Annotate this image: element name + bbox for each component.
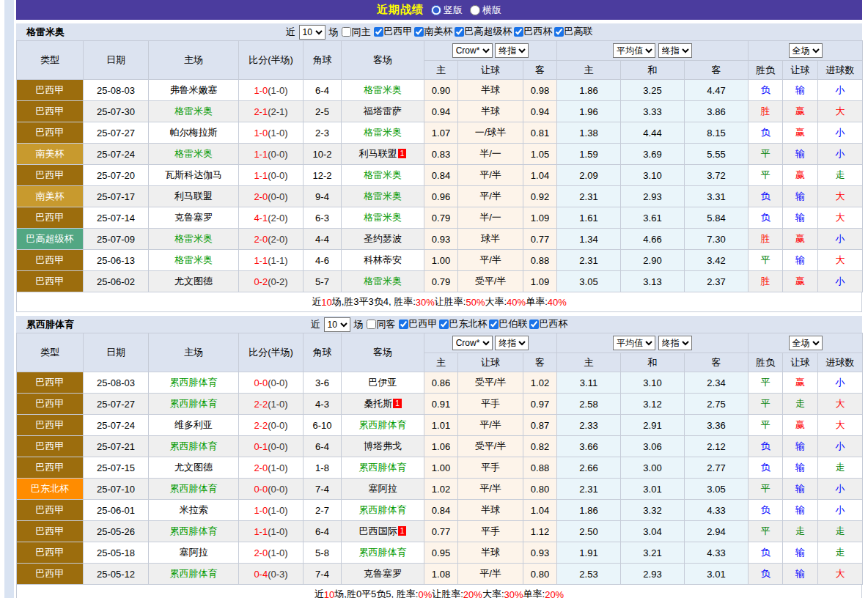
same-away-checkbox[interactable] — [367, 320, 376, 329]
league-checkbox-label: 巴西杯 — [524, 25, 553, 38]
home-team-cell: 尤文图德 — [149, 457, 239, 479]
halftime-score: (0-2) — [268, 276, 287, 287]
league-filter-option[interactable]: 巴东北杯 — [438, 317, 488, 331]
result-handicap: 输 — [783, 144, 818, 165]
recent-count-select[interactable]: 10 — [324, 317, 350, 332]
final-index-select-2[interactable]: 终指 — [658, 43, 692, 58]
view-horizontal-label: 横版 — [482, 4, 501, 17]
league-filter-option[interactable]: 南美杯 — [413, 25, 453, 38]
avg-away-odds: 5.55 — [685, 144, 749, 165]
avg-draw-odds: 2.93 — [621, 186, 685, 207]
final-index-select[interactable]: 终指 — [495, 336, 529, 350]
score-cell: 2-0(0-0) — [239, 186, 304, 207]
league-checkbox[interactable] — [399, 320, 408, 329]
league-checkbox-label: 巴高联 — [564, 25, 593, 38]
summary-segment: 场,胜3平3负4, 胜率: — [332, 295, 416, 309]
team-label: 福塔雷萨 — [364, 106, 402, 117]
avg-away-odds: 4.47 — [685, 80, 749, 101]
col-score: 比分(半场) — [239, 333, 304, 372]
league-filter-option[interactable]: 巴西甲 — [372, 25, 413, 38]
league-filter-option[interactable]: 巴高超级杯 — [453, 25, 512, 38]
result-goals: 走 — [818, 521, 863, 542]
same-away-option[interactable]: 同客 — [365, 318, 396, 331]
bookmaker-select[interactable]: Crow* — [452, 336, 493, 350]
league-filter-option[interactable]: 巴西杯 — [512, 25, 553, 38]
league-filter-option[interactable]: 巴伯联 — [488, 317, 528, 331]
league-type-cell: 巴西甲 — [17, 271, 84, 292]
result-winloss: 负 — [749, 436, 783, 457]
score-cell: 1-1(1-1) — [239, 250, 304, 271]
score-cell: 2-1(2-1) — [239, 101, 304, 122]
halftime-score: (1-0) — [268, 505, 287, 516]
avg-home-odds: 1.34 — [557, 229, 621, 250]
handicap-home-odds: 1.00 — [424, 250, 458, 271]
score-cell: 1-1(0-0) — [239, 165, 304, 186]
league-checkbox[interactable] — [489, 320, 499, 329]
corners-cell: 5-7 — [304, 271, 342, 292]
match-row: 巴西甲25-07-15尤文图德2-0(1-0)1-8累西腓体育1.00平手0.8… — [17, 457, 863, 479]
date-cell: 25-07-30 — [84, 101, 149, 122]
match-row: 巴西甲25-06-02尤文图德0-2(0-2)5-7格雷米奥0.79受平/半1.… — [17, 271, 863, 292]
date-cell: 25-07-15 — [84, 457, 149, 479]
date-cell: 25-07-20 — [84, 165, 149, 186]
result-winloss: 负 — [749, 542, 783, 564]
league-checkbox[interactable] — [529, 320, 539, 329]
handicap-home-odds: 0.83 — [424, 144, 458, 165]
league-checkbox[interactable] — [514, 27, 523, 37]
handicap-away-odds: 0.80 — [523, 564, 557, 585]
view-vertical-radio[interactable] — [431, 5, 441, 15]
recent-count-select[interactable]: 10 — [299, 25, 326, 40]
result-handicap: 赢 — [783, 165, 818, 186]
average-select[interactable]: 平均值 — [613, 336, 655, 350]
match-row: 巴西甲25-07-27累西腓体育2-2(1-0)4-3桑托斯10.91平手0.9… — [17, 394, 863, 415]
result-winloss: 平 — [749, 144, 783, 165]
league-filter-option[interactable]: 巴高联 — [553, 25, 593, 38]
league-checkbox[interactable] — [455, 27, 464, 37]
league-filter-option[interactable]: 巴西杯 — [528, 317, 568, 331]
avg-home-odds: 1.61 — [557, 207, 621, 229]
handicap-line: 半球 — [458, 101, 523, 122]
avg-draw-odds: 4.66 — [621, 229, 685, 250]
view-horizontal-radio[interactable] — [470, 5, 480, 15]
bookmaker-select[interactable]: Crow* — [452, 43, 493, 58]
score-cell: 2-0(2-0) — [239, 229, 304, 250]
away-team-cell: 科林蒂安 — [342, 250, 424, 271]
league-checkbox[interactable] — [374, 27, 383, 37]
average-select[interactable]: 平均值 — [613, 43, 655, 58]
team-label: 累西腓体育 — [170, 377, 218, 388]
team-label: 格雷米奥 — [364, 84, 402, 95]
view-horizontal-option[interactable]: 横版 — [470, 4, 501, 17]
handicap-line: 半球 — [458, 542, 523, 564]
league-checkbox[interactable] — [439, 320, 449, 329]
home-team-cell: 弗鲁米嫩塞 — [149, 80, 239, 101]
stats-summary: 近10场,胜3平3负4, 胜率:30% 让胜率:50% 大率:40% 单率:40… — [16, 292, 862, 312]
score-cell: 0-0(0-0) — [239, 479, 304, 500]
handicap-away-odds: 1.04 — [523, 165, 557, 186]
result-winloss: 负 — [749, 80, 783, 101]
team-label: 维多利亚 — [174, 419, 213, 430]
away-team-cell: 巴伊亚 — [342, 372, 424, 394]
view-vertical-option[interactable]: 竖版 — [431, 4, 463, 17]
scope-select[interactable]: 全场 — [789, 336, 823, 350]
league-checkbox[interactable] — [414, 27, 424, 37]
same-home-checkbox[interactable] — [342, 27, 351, 37]
result-handicap: 赢 — [783, 101, 818, 122]
col-hcp-home: 主 — [424, 61, 458, 80]
home-team-cell: 累西腓体育 — [149, 564, 239, 585]
scope-select[interactable]: 全场 — [789, 43, 823, 58]
avg-away-odds: 3.86 — [685, 101, 749, 122]
handicap-line: 平/半 — [458, 186, 523, 207]
summary-segment: 单率: — [526, 295, 548, 309]
match-row: 巴西甲25-08-03弗鲁米嫩塞1-0(1-0)6-4格雷米奥0.90半球0.9… — [17, 80, 863, 101]
summary-segment: 50% — [466, 297, 485, 308]
handicap-home-odds: 0.79 — [424, 271, 458, 292]
same-home-option[interactable]: 同主 — [340, 26, 371, 39]
team-label: 尤文图德 — [174, 462, 213, 473]
final-index-select[interactable]: 终指 — [495, 43, 529, 58]
league-checkbox[interactable] — [554, 27, 564, 37]
team-label: 累西腓体育 — [359, 419, 407, 430]
league-filter-option[interactable]: 巴西甲 — [397, 317, 438, 331]
final-index-select-2[interactable]: 终指 — [658, 336, 692, 350]
score-cell: 0-4(0-3) — [239, 564, 304, 585]
avg-away-odds: 2.37 — [685, 271, 749, 292]
